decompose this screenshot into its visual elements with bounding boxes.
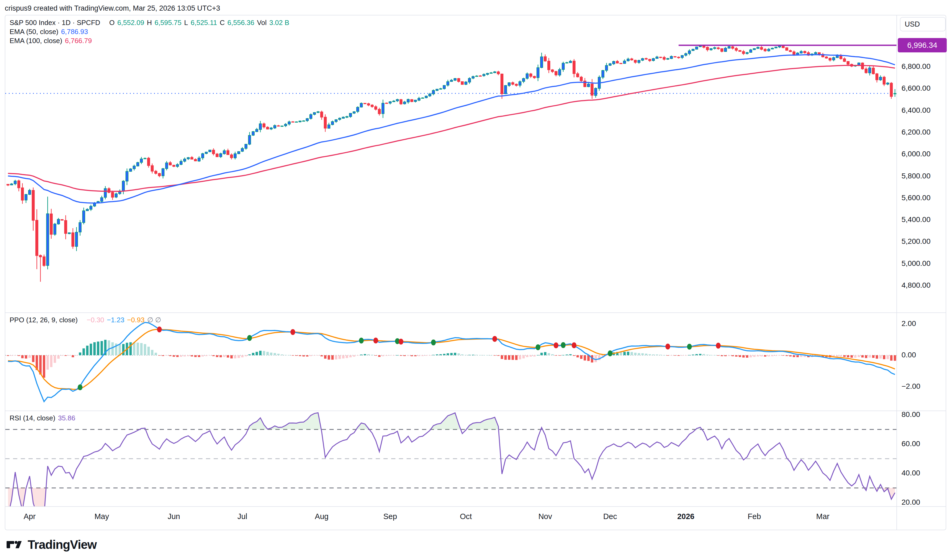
price-axis-label: 5,000.00 bbox=[902, 259, 931, 268]
ema100-title[interactable]: EMA (100, close) bbox=[9, 36, 62, 45]
low-label: L bbox=[184, 18, 188, 27]
ema100-legend-row: EMA (100, close) 6,766.79 bbox=[9, 36, 289, 45]
close-value: 6,556.36 bbox=[228, 18, 254, 27]
rsi-axis-label: 80.00 bbox=[902, 410, 920, 419]
ppo-title[interactable]: PPO (12, 26, 9, close) bbox=[9, 315, 78, 325]
ema50-legend-row: EMA (50, close) 6,786.93 bbox=[9, 27, 289, 36]
ema100-value: 6,766.79 bbox=[65, 36, 92, 45]
rsi-legend: RSI (14, close) 35.86 bbox=[9, 414, 75, 423]
currency-button[interactable]: USD bbox=[900, 17, 946, 31]
ath-price-text: 6,996.34 bbox=[907, 41, 937, 50]
high-label: H bbox=[147, 18, 152, 27]
symbol-legend: S&P 500 Index · 1D · SPCFD O6,552.09 H6,… bbox=[9, 18, 289, 45]
currency-label: USD bbox=[905, 20, 920, 28]
symbol-legend-row: S&P 500 Index · 1D · SPCFD O6,552.09 H6,… bbox=[9, 18, 289, 27]
time-axis-label[interactable]: Apr bbox=[24, 512, 35, 521]
volume-label: Vol bbox=[257, 18, 267, 27]
time-axis-label[interactable]: Jun bbox=[168, 512, 180, 521]
rsi-axis-label: 40.00 bbox=[902, 469, 920, 477]
price-axis-label: 6,600.00 bbox=[902, 84, 931, 92]
hidden-outputs-icon: ∅ ∅ bbox=[147, 315, 161, 325]
open-label: O bbox=[109, 18, 115, 27]
price-pane bbox=[5, 45, 897, 282]
ppo-line-value: −1.23 bbox=[107, 315, 125, 325]
chart-canvas[interactable] bbox=[5, 15, 946, 530]
price-axis-label: 5,400.00 bbox=[902, 215, 931, 224]
footer: TradingView bbox=[6, 534, 97, 555]
rsi-axis-label: 20.00 bbox=[902, 498, 920, 506]
symbol-title[interactable]: S&P 500 Index · 1D · SPCFD bbox=[9, 18, 100, 27]
chart-card: S&P 500 Index · 1D · SPCFD O6,552.09 H6,… bbox=[5, 15, 946, 530]
ppo-axis-label: 0.00 bbox=[902, 351, 916, 359]
rsi-pane bbox=[5, 413, 897, 516]
rsi-value: 35.86 bbox=[58, 414, 75, 423]
time-axis-label[interactable]: Nov bbox=[538, 512, 552, 521]
time-axis-label[interactable]: Jul bbox=[237, 512, 247, 521]
time-axis-label[interactable]: Mar bbox=[816, 512, 829, 521]
price-axis-label: 5,800.00 bbox=[902, 172, 931, 180]
price-axis-label: 6,200.00 bbox=[902, 128, 931, 136]
ema50-value: 6,786.93 bbox=[61, 27, 88, 36]
ppo-signal-value: −0.93 bbox=[127, 315, 145, 325]
price-axis-label: 4,800.00 bbox=[902, 281, 931, 289]
ppo-axis-label: 2.00 bbox=[902, 319, 916, 328]
volume-value: 3.02 B bbox=[269, 18, 289, 27]
price-axis-label: 6,800.00 bbox=[902, 62, 931, 71]
time-axis-label[interactable]: Feb bbox=[748, 512, 761, 521]
rsi-axis-label: 60.00 bbox=[902, 440, 920, 448]
close-label: C bbox=[220, 18, 225, 27]
ath-price-label[interactable]: 6,996.34 bbox=[898, 38, 947, 52]
rsi-title[interactable]: RSI (14, close) bbox=[9, 414, 55, 423]
snapshot-credit: crispus9 created with TradingView.com, M… bbox=[5, 4, 220, 12]
price-axis-label: 6,000.00 bbox=[902, 150, 931, 158]
low-value: 6,525.11 bbox=[191, 18, 217, 27]
ppo-axis-label: −2.00 bbox=[902, 382, 920, 391]
ppo-legend: PPO (12, 26, 9, close) −0.30 −1.23 −0.93… bbox=[9, 315, 161, 325]
ppo-hist-value: −0.30 bbox=[87, 315, 104, 325]
ppo-pane bbox=[5, 323, 897, 402]
time-axis-label[interactable]: Aug bbox=[315, 512, 328, 521]
brand-wordmark[interactable]: TradingView bbox=[28, 537, 97, 552]
time-axis-label[interactable]: May bbox=[94, 512, 109, 521]
time-axis-label[interactable]: Oct bbox=[460, 512, 472, 521]
time-axis-label[interactable]: Sep bbox=[383, 512, 397, 521]
price-axis-label: 6,400.00 bbox=[902, 106, 931, 115]
ema50-title[interactable]: EMA (50, close) bbox=[9, 27, 59, 36]
time-axis-label[interactable]: 2026 bbox=[677, 512, 695, 521]
open-value: 6,552.09 bbox=[117, 18, 144, 27]
price-axis-label: 5,200.00 bbox=[902, 237, 931, 246]
price-axis-label: 5,600.00 bbox=[902, 194, 931, 202]
tradingview-logo-icon bbox=[6, 539, 23, 550]
time-axis-label[interactable]: Dec bbox=[603, 512, 617, 521]
high-value: 6,595.75 bbox=[154, 18, 182, 27]
tradingview-snapshot-page: crispus9 created with TradingView.com, M… bbox=[0, 0, 951, 560]
